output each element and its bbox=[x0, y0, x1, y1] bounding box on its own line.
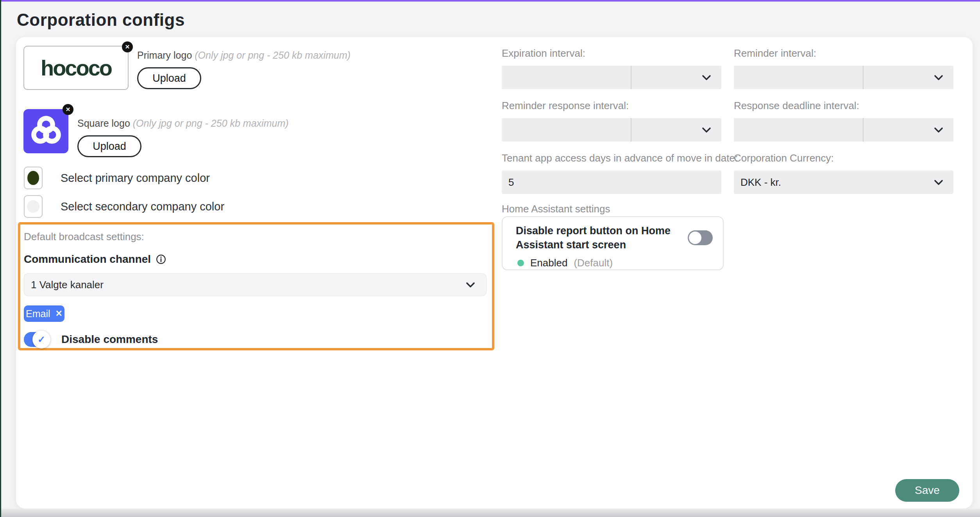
currency-value: DKK - kr. bbox=[740, 176, 781, 188]
primary-color-label: Select primary company color bbox=[61, 172, 210, 185]
square-logo-upload-group: Square logo (Only jpg or png - 250 kb ma… bbox=[77, 118, 289, 157]
save-button[interactable]: Save bbox=[895, 479, 959, 502]
status-dot-icon bbox=[517, 260, 524, 266]
remove-email-chip-button[interactable]: ✕ bbox=[55, 309, 63, 318]
check-icon: ✓ bbox=[38, 334, 45, 345]
response-deadline-interval-label: Response deadline interval: bbox=[734, 100, 953, 112]
broadcast-settings-box: Default broadcast settings: Communicatio… bbox=[18, 222, 494, 350]
primary-logo-preview: hococo ✕ bbox=[23, 46, 129, 90]
expiration-interval-group: Expiration interval: bbox=[502, 47, 721, 89]
reminder-response-interval-label: Reminder response interval: bbox=[502, 100, 721, 112]
square-logo-upload-button[interactable]: Upload bbox=[77, 135, 141, 157]
expiration-interval-unit-select[interactable] bbox=[631, 66, 721, 89]
reminder-interval-value-input[interactable] bbox=[734, 66, 864, 89]
home-assistant-toggle-title: Disable report button on Home Assistant … bbox=[516, 224, 678, 252]
remove-primary-logo-button[interactable]: ✕ bbox=[122, 41, 133, 52]
reminder-response-interval-unit-select[interactable] bbox=[631, 118, 721, 142]
reminder-interval-field bbox=[734, 66, 953, 89]
chevron-down-icon bbox=[702, 127, 711, 133]
reminder-interval-group: Reminder interval: bbox=[734, 47, 953, 89]
communication-channel-value: 1 Valgte kanaler bbox=[31, 279, 104, 291]
square-logo-hint: (Only jpg or png - 250 kb maximum) bbox=[133, 118, 289, 129]
currency-label: Corporation Currency: bbox=[734, 152, 953, 164]
response-deadline-interval-field bbox=[734, 118, 953, 142]
response-deadline-interval-group: Response deadline interval: bbox=[734, 100, 953, 142]
home-assistant-status: Enabled bbox=[530, 257, 567, 269]
chevron-down-icon bbox=[702, 75, 711, 81]
disable-comments-toggle[interactable]: ✓ bbox=[24, 332, 49, 347]
reminder-response-interval-group: Reminder response interval: bbox=[502, 100, 721, 142]
corporation-configs-page: Corporation configs hococo ✕ Primary log… bbox=[0, 0, 980, 517]
reminder-interval-unit-select[interactable] bbox=[864, 66, 953, 89]
ha-report-button-toggle[interactable] bbox=[688, 230, 713, 245]
hococo-mark-icon bbox=[29, 113, 63, 149]
close-icon: ✕ bbox=[125, 43, 130, 50]
home-assistant-card: Disable report button on Home Assistant … bbox=[502, 216, 724, 270]
communication-channel-label: Communication channel bbox=[24, 253, 151, 266]
channel-chip-email: Email ✕ bbox=[24, 305, 64, 322]
toggle-knob: ✓ bbox=[32, 330, 50, 348]
secondary-color-dot-icon bbox=[27, 200, 39, 213]
expiration-interval-label: Expiration interval: bbox=[502, 47, 721, 59]
square-logo-preview: ✕ bbox=[23, 109, 68, 153]
toggle-knob bbox=[689, 232, 701, 244]
remove-square-logo-button[interactable]: ✕ bbox=[63, 104, 73, 115]
square-logo-label: Square logo (Only jpg or png - 250 kb ma… bbox=[77, 118, 289, 129]
reminder-response-interval-field bbox=[502, 118, 721, 142]
primary-color-row: Select primary company color bbox=[24, 167, 210, 189]
home-assistant-status-suffix: (Default) bbox=[574, 257, 613, 269]
home-assistant-caption: Home Assistant settings bbox=[502, 203, 610, 215]
response-deadline-interval-unit-select[interactable] bbox=[864, 118, 953, 142]
communication-channel-row: Communication channel bbox=[24, 253, 486, 266]
reminder-response-interval-value-input[interactable] bbox=[502, 118, 631, 142]
secondary-color-swatch[interactable] bbox=[24, 195, 43, 218]
tenant-access-input[interactable] bbox=[502, 171, 721, 194]
currency-group: Corporation Currency: DKK - kr. bbox=[734, 152, 953, 194]
primary-logo-upload-button[interactable]: Upload bbox=[137, 67, 201, 89]
response-deadline-interval-value-input[interactable] bbox=[734, 118, 864, 142]
expiration-interval-field bbox=[502, 66, 721, 89]
primary-logo-upload-group: Primary logo (Only jpg or png - 250 kb m… bbox=[137, 50, 351, 89]
primary-color-dot-icon bbox=[27, 171, 39, 185]
chevron-down-icon bbox=[466, 282, 475, 288]
close-icon: ✕ bbox=[66, 106, 71, 113]
page-title: Corporation configs bbox=[17, 10, 185, 30]
primary-logo-hint: (Only jpg or png - 250 kb maximum) bbox=[195, 50, 351, 61]
primary-logo-label: Primary logo (Only jpg or png - 250 kb m… bbox=[137, 50, 351, 61]
disable-comments-label: Disable comments bbox=[61, 333, 158, 346]
tenant-access-group: Tenant app access days in advance of mov… bbox=[502, 152, 721, 194]
communication-channel-select[interactable]: 1 Valgte kanaler bbox=[24, 273, 486, 296]
disable-comments-row: ✓ Disable comments bbox=[24, 332, 486, 347]
expiration-interval-value-input[interactable] bbox=[502, 66, 631, 89]
home-assistant-toggle-row: Disable report button on Home Assistant … bbox=[516, 224, 713, 252]
chevron-down-icon bbox=[934, 180, 943, 185]
top-accent-bar bbox=[1, 0, 980, 2]
channel-chip-label: Email bbox=[26, 308, 50, 320]
secondary-color-label: Select secondary company color bbox=[61, 200, 224, 213]
bottom-fade bbox=[1, 508, 980, 517]
tenant-access-label: Tenant app access days in advance of mov… bbox=[502, 152, 721, 164]
primary-logo-wordmark: hococo bbox=[41, 55, 111, 81]
settings-card: hococo ✕ Primary logo (Only jpg or png -… bbox=[16, 37, 973, 508]
chevron-down-icon bbox=[934, 75, 943, 81]
currency-select[interactable]: DKK - kr. bbox=[734, 171, 953, 194]
secondary-color-row: Select secondary company color bbox=[24, 195, 224, 218]
chevron-down-icon bbox=[934, 127, 943, 133]
info-icon bbox=[156, 254, 166, 264]
home-assistant-status-row: Enabled (Default) bbox=[517, 257, 713, 269]
reminder-interval-label: Reminder interval: bbox=[734, 47, 953, 59]
primary-color-swatch[interactable] bbox=[24, 167, 43, 189]
broadcast-caption: Default broadcast settings: bbox=[24, 231, 486, 243]
